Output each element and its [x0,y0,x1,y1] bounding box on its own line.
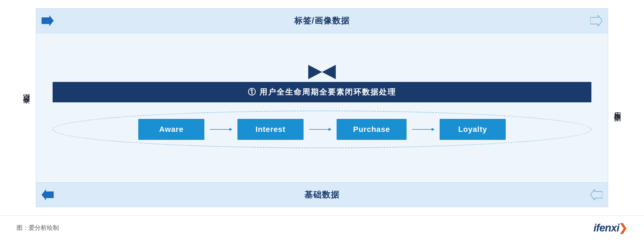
flow-box-aware: Aware [138,119,204,140]
svg-marker-5 [590,189,602,200]
bottom-left-arrow-icon [42,189,54,200]
top-bar-title: 标签/画像数据 [294,15,350,26]
flow-arrow-3 [407,129,440,130]
middle-section: ① 用户全生命周期全要素闭环数据处理 Aware [36,33,608,182]
bottom-bar-title: 基础数据 [304,189,340,201]
footer-logo: ifenxi ❯ [594,222,627,234]
svg-marker-2 [308,65,322,79]
top-left-arrow-icon [42,15,54,26]
flow-row: Aware Interest [64,119,580,140]
svg-marker-1 [590,15,602,26]
top-bar-arrow-right [590,15,602,26]
arrow-line-3 [412,129,434,130]
bottom-right-arrow-icon [590,189,602,200]
ellipse-container: Aware Interest [53,111,591,148]
arrow-line-1 [210,129,232,130]
bottom-bar-arrow-left [42,189,54,200]
flow-box-loyalty: Loyalty [440,119,506,140]
arrow-line-2 [309,129,331,130]
diagram-center: 标签/画像数据 [36,8,608,207]
svg-marker-4 [42,189,54,200]
top-bar-arrow-left [42,15,54,26]
svg-marker-3 [322,65,336,79]
top-bar: 标签/画像数据 [36,8,608,33]
svg-marker-0 [42,15,54,26]
logo-text: ifenxi [594,222,619,234]
bottom-bar-arrow-right [590,189,602,200]
flow-arrow-1 [204,129,237,130]
bottom-bar: 基础数据 [36,182,608,207]
flow-arrow-2 [304,129,337,130]
diagram-wrapper: 资产数据 标签/画像数据 [17,8,627,207]
flow-box-interest: Interest [237,119,304,140]
footer-caption: 图：爱分析绘制 [17,224,59,232]
title-bar: ① 用户全生命周期全要素闭环数据处理 [53,82,591,102]
left-label: 资产数据 [17,8,36,207]
logo-arrow-icon: ❯ [619,222,627,234]
flow-box-purchase: Purchase [337,119,407,140]
top-right-arrow-icon [590,15,602,26]
footer: 图：爱分析绘制 ifenxi ❯ [0,215,644,240]
right-label: 应用数据 [608,8,627,207]
bowtie-icon [308,65,336,79]
bowtie-container [308,65,336,79]
main-container: 资产数据 标签/画像数据 [0,0,644,213]
